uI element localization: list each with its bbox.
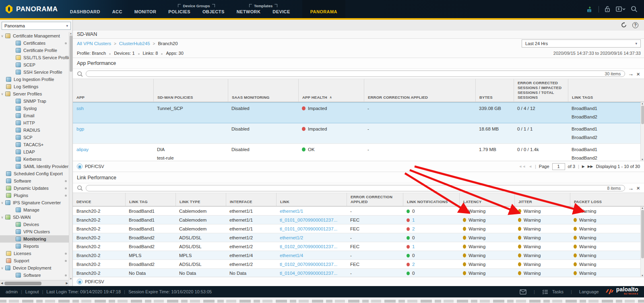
column-header-interface[interactable]: INTERFACE [226,193,276,206]
tree-caret-icon[interactable]: ∨ [0,92,4,96]
column-header-error-correction-applied[interactable]: ERROR CORRECTION APPLIED [364,79,475,102]
column-header-latency[interactable]: LATENCY [459,193,514,206]
link-link[interactable]: ethernet1/2 [280,235,303,240]
column-header-link-notifications[interactable]: LINK NOTIFICATIONS [403,193,459,206]
column-header-app[interactable]: APP [73,79,153,102]
sidebar-item-scheduled-config-export[interactable]: Scheduled Config Export [0,170,69,177]
table-row[interactable]: Branch20-2BroadBand1Cablemodemethernet1/… [73,207,644,216]
tree-caret-icon[interactable]: ∨ [0,201,4,205]
time-range-select[interactable]: Last 24 Hrs ▾ [522,39,641,48]
logout-link[interactable]: Logout [25,289,39,294]
column-header-device[interactable]: DEVICE [73,193,125,206]
commit-icon[interactable] [586,6,593,12]
nav-item-device[interactable]: DEVICE [272,9,290,18]
nav-item-policies[interactable]: POLICIES [168,9,190,18]
tree-caret-icon[interactable]: ∨ [0,216,4,219]
sidebar-item-ips-signature-converter[interactable]: ∨IPS Signature Converter [0,199,69,206]
column-header-packet-loss[interactable]: PACKET LOSS [570,193,644,206]
link-link[interactable]: tl_0101_00709900001237... [280,218,337,222]
messages-icon[interactable] [520,289,526,295]
scroll-up-icon[interactable]: ▲ [70,32,72,35]
nav-item-acc[interactable]: ACC [112,9,122,18]
table-row[interactable]: Branch20-2BroadBand2ADSL/DSLethernet1/2e… [73,233,644,242]
refresh-icon[interactable] [621,22,627,28]
sidebar-item-tacacs-[interactable]: TACACS+ [0,141,69,148]
column-header-saas-monitoring[interactable]: SAAS MONITORING [228,79,298,102]
sidebar-item-certificate-profile[interactable]: Certificate Profile [0,47,69,54]
apply-filter-icon[interactable]: → [628,185,634,191]
sidebar-item-reports[interactable]: Reports [0,243,69,250]
sidebar-item-ldap[interactable]: LDAP [0,148,69,156]
tree-caret-icon[interactable]: ∨ [0,266,4,270]
tree-caret-icon[interactable]: ∨ [0,34,4,38]
sidebar-item-device-deployment[interactable]: ∨Device Deployment [0,264,69,272]
help-icon[interactable]: ? [632,22,638,28]
notification-count[interactable]: 2 [412,226,415,231]
notification-count[interactable]: 1 [412,218,415,222]
scrollbar-thumb[interactable] [641,210,644,258]
sidebar-item-scp[interactable]: SCP [0,134,69,141]
nav-item-objects[interactable]: OBJECTS [202,9,225,18]
sidebar-item-log-ingestion-profile[interactable]: Log Ingestion Profile [0,76,69,83]
apply-filter-icon[interactable]: → [628,71,634,77]
sidebar-item-software[interactable]: Software [0,272,69,279]
table-row[interactable]: alipayDIAtest-ruleDisabledOK-1.79 MB0 / … [73,144,644,161]
breadcrumb-link[interactable]: All VPN Clusters [77,41,111,46]
scrollbar-thumb[interactable] [4,282,41,285]
notification-count[interactable]: 2 [412,262,415,267]
app-table-scrollbar[interactable]: ▲ ▼ [640,102,644,161]
nav-item-network[interactable]: NETWORK [237,9,261,18]
next-page-icon[interactable]: ▶ [582,164,585,168]
sidebar-item-support[interactable]: Support [0,257,69,264]
tasks-icon[interactable] [542,289,548,295]
sidebar-item-certificate-management[interactable]: ∨Certificate Management [0,32,69,39]
nav-item-dashboard[interactable]: DASHBOARD [70,9,100,18]
column-header-jitter[interactable]: JITTER [514,193,570,206]
table-row[interactable]: sshTunnel_SCPDisabledImpacted-339.08 GB0… [73,102,644,123]
scroll-down-icon[interactable]: ▼ [641,274,644,277]
scrollbar-thumb[interactable] [70,35,72,72]
sidebar-item-ssh-service-profile[interactable]: SSH Service Profile [0,68,69,76]
column-header-link-type[interactable]: LINK TYPE [175,193,226,206]
app-link[interactable]: ssh [76,106,84,111]
scroll-right-icon[interactable]: ▶ [66,282,68,285]
nav-item-panorama[interactable]: PANORAMA [302,0,345,18]
sidebar-item-devices[interactable]: Devices [0,221,69,228]
sidebar-item-kerberos[interactable]: Kerberos [0,156,69,163]
sidebar-item-scep[interactable]: SCEP [0,61,69,68]
sidebar-item-ssl-tls-service-profile[interactable]: SSL/TLS Service Profile [0,54,69,61]
column-header-error-correction-applied[interactable]: ERROR CORRECTION APPLIED [347,193,403,206]
table-row[interactable]: Branch20-2No DataNo DataNo Datatl_0104_0… [73,269,644,277]
language-link[interactable]: Language [579,289,599,294]
sidebar-item-server-profiles[interactable]: ∨Server Profiles [0,90,69,98]
scroll-left-icon[interactable]: ◀ [1,282,3,285]
first-page-icon[interactable]: ◄◄ [518,164,526,168]
link-search-input[interactable]: 8 items [86,185,625,191]
last-page-icon[interactable]: ▶▶ [588,164,593,168]
pdf-csv-export-button[interactable]: ▩ PDF/CSV [77,164,104,169]
sidebar-item-manage[interactable]: Manage [0,206,69,214]
clear-filter-icon[interactable]: × [636,71,640,77]
column-header-error-corrected-sessions-impacted-sessions-total-sessions[interactable]: ERROR CORRECTED SESSIONS / IMPACTED SESS… [514,79,568,102]
sidebar-horizontal-scrollbar[interactable]: ◀ ▶ [0,280,69,286]
notification-count[interactable]: 1 [412,244,415,249]
column-header-link[interactable]: LINK [276,193,347,206]
sidebar-item-plugins[interactable]: Plugins [0,192,69,199]
save-config-icon[interactable] [616,6,625,12]
lock-icon[interactable] [604,6,611,12]
column-header-sd-wan-policies[interactable]: SD-WAN POLICIES [153,79,228,102]
sidebar-item-dynamic-updates[interactable]: Dynamic Updates [0,185,69,192]
sidebar-item-licenses[interactable]: Licenses [0,250,69,257]
scroll-down-icon[interactable]: ▼ [70,278,72,280]
sidebar-item-http[interactable]: HTTP [0,119,69,127]
sidebar-item-snmp-trap[interactable]: SNMP Trap [0,98,69,105]
pdf-csv-export-button[interactable]: ▩ PDF/CSV [77,279,104,284]
link-link[interactable]: tl_0104_00709900001237... [280,271,337,276]
tasks-link[interactable]: Tasks [552,289,564,294]
sidebar-item-monitoring[interactable]: Monitoring [0,235,69,243]
sidebar-item-sd-wan[interactable]: ∨SD-WAN [0,214,69,221]
table-row[interactable]: Branch20-2BroadBand2ADSL/DSLethernet1/2t… [73,242,644,251]
sidebar-item-software[interactable]: Software [0,177,69,185]
context-selector[interactable]: Panorama ▾ [2,22,71,30]
column-header-app-health[interactable]: APP HEALTH∧ [298,79,364,102]
